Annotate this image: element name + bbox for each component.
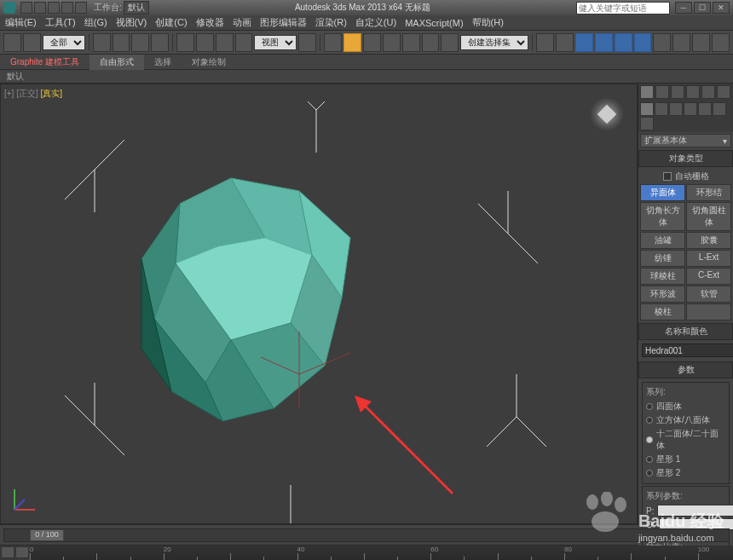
schematic-view[interactable]	[634, 33, 652, 52]
name-color-rollout-header[interactable]: 名称和颜色	[638, 323, 733, 340]
viewport-label[interactable]: [+] [正交] [真实]	[4, 88, 62, 100]
object-type-button-1[interactable]: 环形结	[686, 184, 731, 201]
angle-snap[interactable]	[383, 33, 401, 52]
menu-item-0[interactable]: 编辑(E)	[5, 16, 37, 29]
close-button[interactable]: ✕	[713, 2, 730, 14]
ribbon-tab-3[interactable]: 对象绘制	[182, 55, 236, 70]
object-type-button-5[interactable]: 胶囊	[686, 232, 731, 249]
select-place-tool[interactable]	[235, 33, 253, 52]
menu-item-10[interactable]: MAXScript(M)	[405, 18, 463, 28]
p-spinner[interactable]	[657, 505, 733, 517]
object-type-rollout-header[interactable]: 对象类型	[638, 150, 733, 167]
motion-panel-tab[interactable]	[686, 85, 700, 99]
spinner-snap[interactable]	[422, 33, 440, 52]
app-icon[interactable]	[3, 2, 15, 14]
object-type-button-9[interactable]: C-Ext	[686, 268, 731, 285]
menu-item-9[interactable]: 自定义(U)	[355, 16, 396, 29]
qat-undo[interactable]	[61, 2, 73, 14]
object-type-button-11[interactable]: 软管	[686, 286, 731, 303]
menu-item-7[interactable]: 图形编辑器	[260, 16, 307, 29]
track-filter[interactable]	[15, 546, 29, 558]
mirror-tool[interactable]	[536, 33, 554, 52]
object-type-button-8[interactable]: 球棱柱	[640, 268, 685, 285]
reference-coord[interactable]: 视图	[254, 35, 297, 50]
qat-save[interactable]	[48, 2, 60, 14]
menu-item-2[interactable]: 组(G)	[84, 16, 107, 29]
menu-item-4[interactable]: 创建(C)	[155, 16, 187, 29]
object-type-button-0[interactable]: 异面体	[640, 184, 685, 201]
utilities-panel-tab[interactable]	[717, 85, 730, 99]
qat-new[interactable]	[20, 2, 32, 14]
maximize-button[interactable]: ☐	[694, 2, 711, 14]
object-type-button-7[interactable]: L-Ext	[686, 250, 731, 267]
qat-open[interactable]	[34, 2, 46, 14]
shapes-tab[interactable]	[655, 102, 668, 116]
edit-named-sel[interactable]	[441, 33, 459, 52]
family-radio-4[interactable]	[646, 470, 653, 476]
unlink-tool[interactable]	[23, 33, 41, 52]
object-type-button-10[interactable]: 环形波	[640, 286, 685, 303]
pivot-center[interactable]	[298, 33, 316, 52]
menu-item-6[interactable]: 动画	[233, 16, 251, 29]
link-tool[interactable]	[3, 33, 21, 52]
viewport[interactable]: [+] [正交] [真实]	[0, 84, 638, 524]
object-type-button-2[interactable]: 切角长方体	[640, 202, 685, 231]
autogrid-checkbox[interactable]	[663, 172, 672, 181]
track-ruler[interactable]: 020406080100	[30, 546, 733, 560]
select-region-rect[interactable]	[131, 33, 149, 52]
select-rotate-tool[interactable]	[196, 33, 214, 52]
geometry-tab[interactable]	[640, 102, 654, 116]
hierarchy-panel-tab[interactable]	[671, 85, 684, 99]
window-crossing[interactable]	[151, 33, 169, 52]
qat-redo[interactable]	[75, 2, 87, 14]
family-radio-2[interactable]	[646, 436, 653, 443]
object-type-button-13[interactable]	[686, 303, 731, 320]
keyboard-shortcut-toggle[interactable]	[343, 33, 361, 52]
cameras-tab[interactable]	[684, 102, 697, 116]
lights-tab[interactable]	[669, 102, 683, 116]
select-scale-tool[interactable]	[216, 33, 234, 52]
object-type-button-6[interactable]: 纺锤	[640, 250, 685, 267]
menu-item-1[interactable]: 工具(T)	[45, 16, 76, 29]
ribbon-tab-0[interactable]: Graphite 建模工具	[0, 55, 89, 70]
time-thumb[interactable]: 0 / 100	[30, 529, 64, 541]
render-setup[interactable]	[672, 33, 690, 52]
minimize-button[interactable]: ─	[675, 2, 692, 14]
ribbon-tab-2[interactable]: 选择	[144, 55, 182, 70]
manipulate-tool[interactable]	[324, 33, 342, 52]
help-search-input[interactable]	[576, 2, 670, 14]
helpers-tab[interactable]	[698, 102, 712, 116]
menu-item-3[interactable]: 视图(V)	[116, 16, 147, 29]
material-editor[interactable]	[653, 33, 671, 52]
layer-manager[interactable]	[575, 33, 593, 52]
family-radio-0[interactable]	[646, 403, 653, 410]
parameters-rollout-header[interactable]: 参数	[638, 361, 733, 378]
menu-item-5[interactable]: 修改器	[196, 16, 224, 29]
percent-snap[interactable]	[402, 33, 420, 52]
graphite-toggle[interactable]	[595, 33, 613, 52]
spacewarps-tab[interactable]	[713, 102, 726, 116]
workspace-selector[interactable]: 默认	[124, 1, 149, 14]
rendered-frame[interactable]	[692, 33, 710, 52]
ribbon-tab-1[interactable]: 自由形式	[89, 55, 144, 70]
align-tool[interactable]	[556, 33, 574, 52]
track-mini-curve[interactable]	[1, 546, 14, 558]
select-move-tool[interactable]	[176, 33, 194, 52]
snap-3d[interactable]	[363, 33, 381, 52]
object-type-button-4[interactable]: 油罐	[640, 232, 685, 249]
family-radio-3[interactable]	[646, 456, 653, 463]
curve-editor[interactable]	[615, 33, 632, 52]
object-type-button-12[interactable]: 棱柱	[640, 303, 685, 320]
menu-item-11[interactable]: 帮助(H)	[472, 16, 504, 29]
named-selection-sets[interactable]: 创建选择集	[460, 35, 528, 50]
create-panel-tab[interactable]	[640, 85, 654, 99]
category-dropdown[interactable]: 扩展基本体▾	[640, 134, 731, 147]
select-object-tool[interactable]	[93, 33, 111, 52]
menu-item-8[interactable]: 渲染(R)	[315, 16, 347, 29]
object-name-field[interactable]	[642, 344, 733, 357]
modify-panel-tab[interactable]	[655, 85, 669, 99]
display-panel-tab[interactable]	[701, 85, 715, 99]
systems-tab[interactable]	[640, 117, 654, 130]
object-type-button-3[interactable]: 切角圆柱体	[686, 202, 731, 231]
render-production[interactable]	[712, 33, 730, 52]
